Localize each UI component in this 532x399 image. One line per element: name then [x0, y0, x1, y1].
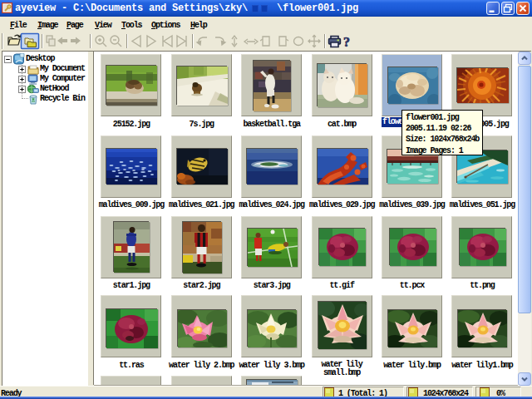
svg-text:?: ?	[343, 35, 350, 49]
